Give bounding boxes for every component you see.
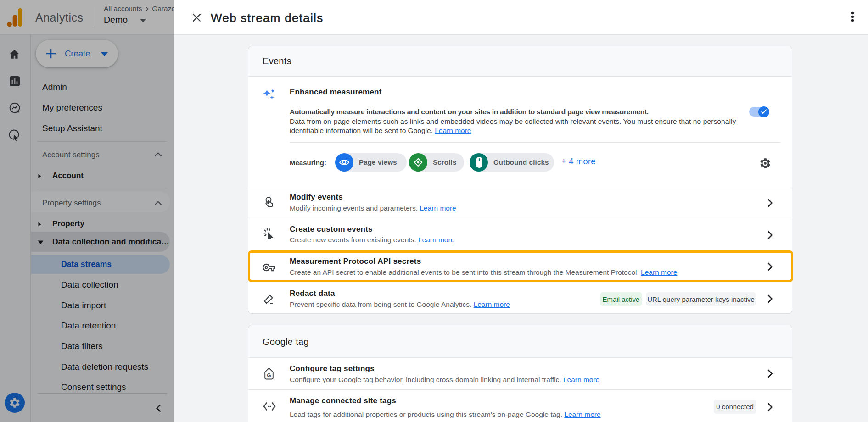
svg-text:G: G [267,372,271,378]
